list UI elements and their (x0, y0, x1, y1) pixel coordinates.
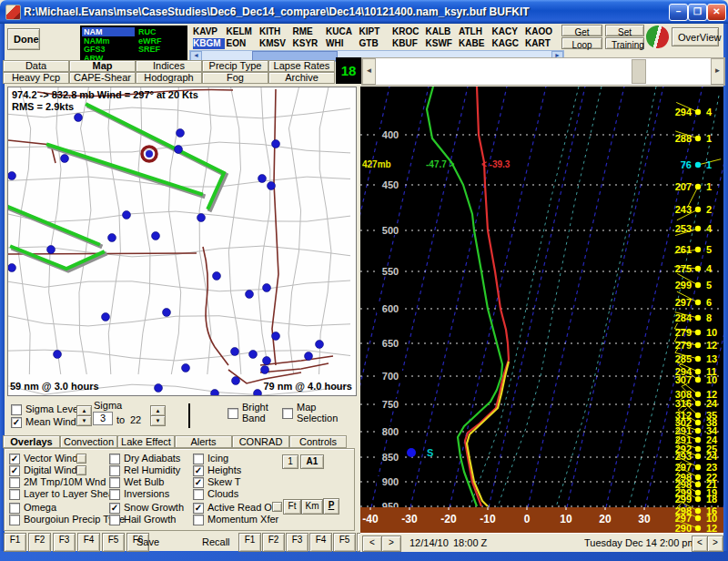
wind-dot-icon (695, 437, 701, 443)
step-back-icon[interactable]: < (362, 536, 382, 552)
wind-speed-value: 18 (706, 494, 717, 505)
button-a1[interactable]: A1 (300, 454, 324, 469)
step-forward-icon[interactable]: > (381, 536, 401, 552)
checkbox-digital-winds[interactable]: ✓ (9, 465, 20, 476)
checkbox-vector-winds[interactable]: ✓ (9, 454, 20, 464)
time-scrollbar[interactable]: ◄ ► (361, 57, 725, 86)
wind-speed-value: 24 (706, 398, 718, 409)
checkbox-label-icing: Icing (207, 453, 228, 464)
button-p[interactable]: P (323, 498, 339, 515)
checkbox-momentum-xfer[interactable] (193, 515, 204, 525)
wind-dot-icon (695, 226, 701, 231)
checkbox-inversions[interactable] (109, 489, 120, 500)
station-kart[interactable]: KART (525, 38, 557, 49)
time-scroll-right-icon[interactable]: ► (711, 58, 724, 85)
wind-dot-icon (695, 420, 701, 425)
checkbox-dry-adiabats[interactable] (109, 454, 120, 464)
checkbox-label-momentum-xfer: Momentum Xfer (207, 514, 278, 525)
time-scroll-left-icon[interactable]: ◄ (362, 58, 376, 85)
checkbox-label-vector-winds: Vector Winds (24, 453, 83, 464)
station-kabe[interactable]: KABE (459, 38, 490, 49)
fkey-recall-f3[interactable]: F3 (286, 533, 308, 552)
wind-dot-icon (695, 247, 701, 252)
checkbox-skew-t[interactable]: ✓ (193, 477, 204, 488)
button-km[interactable]: Km (301, 499, 323, 515)
checkbox-bourgoiun-precip-type[interactable] (9, 515, 20, 525)
fkey-save-f5[interactable]: F5 (102, 533, 125, 552)
station-atlh[interactable]: ATLH (459, 26, 490, 37)
minimize-icon[interactable]: – (669, 4, 688, 21)
button-1[interactable]: 1 (282, 454, 298, 469)
checkbox-label-wet-bulb: Wet Bulb (124, 476, 164, 487)
checkbox-label-digital-winds: Digital Winds (24, 464, 82, 475)
fkey-save-f4[interactable]: F4 (77, 533, 100, 552)
checkbox-heights[interactable]: ✓ (193, 465, 204, 476)
checkbox-2m-tmp-10m-wnd[interactable] (9, 477, 20, 488)
wind-speed-value: 4 (706, 107, 713, 117)
fkey-recall-f2[interactable]: F2 (262, 533, 285, 552)
wind-dot-icon (695, 109, 701, 115)
station-kalb[interactable]: KALB (426, 26, 458, 37)
wind-speed-value: 4 (706, 263, 713, 274)
fkey-recall-f5[interactable]: F5 (333, 533, 356, 552)
time-scrollbar-thumb[interactable] (632, 59, 646, 84)
skewt-chart[interactable]: 400450500550600650700750800850900950427m… (360, 87, 723, 533)
checkbox-label-heights: Heights (207, 464, 241, 475)
mini-button[interactable] (76, 465, 86, 475)
mini-button[interactable] (272, 502, 282, 512)
station-kipt[interactable]: KIPT (359, 26, 391, 37)
wind-direction-value: 307 (675, 374, 692, 385)
surface-marker-label: S (427, 447, 433, 458)
wind-dot-icon (695, 282, 701, 288)
wind-speed-value: 10 (706, 327, 717, 338)
fkey-recall-f1[interactable]: F1 (238, 533, 261, 552)
fkey-save-f3[interactable]: F3 (53, 533, 76, 552)
overview-button[interactable]: OverView (672, 27, 719, 46)
training-button[interactable]: Training (605, 37, 644, 49)
station-kaoo[interactable]: KAOO (525, 26, 557, 37)
wind-dot-icon (695, 413, 701, 418)
wind-dot-icon (695, 207, 701, 212)
time-forward-icon[interactable]: > (707, 536, 723, 552)
close-icon[interactable]: ✕ (707, 4, 726, 21)
checkbox-snow-growth[interactable]: ✓ (109, 503, 120, 514)
checkbox-active-read-out[interactable]: ✓ (193, 503, 204, 514)
checkbox-omega[interactable] (9, 503, 20, 514)
active-readout: 427mb-47.7 >< -39.3 (362, 159, 511, 169)
fkey-recall-f4[interactable]: F4 (309, 533, 332, 552)
status-time: 18:00 Z (453, 534, 487, 552)
pressure-tick-label: 450 (382, 179, 399, 190)
checkbox-clouds[interactable] (193, 489, 204, 500)
fkey-save-f2[interactable]: F2 (28, 533, 51, 552)
station-kbuf[interactable]: KBUF (392, 38, 424, 49)
pressure-tick-label: 650 (382, 338, 399, 349)
checkbox-rel-humidity[interactable] (109, 465, 120, 476)
checkbox-hail-growth[interactable] (109, 515, 120, 525)
chart-status-bar: < > 12/14/10 18:00 Z Tuesday Dec 14 2:00… (360, 533, 723, 552)
checkbox-layer-to-layer-shear[interactable] (9, 489, 20, 500)
wind-direction-value: 76 (681, 159, 692, 170)
station-gtb[interactable]: GTB (359, 38, 391, 49)
time-back-icon[interactable]: < (692, 536, 708, 552)
temp-tick-label: -30 (401, 513, 418, 525)
fkey-save-f1[interactable]: F1 (4, 533, 26, 552)
wind-speed-value: 1 (706, 159, 712, 170)
get-data-button[interactable]: Get Data (561, 25, 602, 36)
loop-button[interactable]: Loop (561, 37, 602, 49)
mini-button[interactable] (76, 454, 86, 464)
wind-direction-value: 290 (675, 523, 692, 533)
wind-dot-icon (695, 464, 701, 470)
station-kacy[interactable]: KACY (492, 26, 524, 37)
checkbox-icing[interactable] (193, 454, 204, 464)
status-date: 12/14/10 (410, 534, 449, 552)
station-kagc[interactable]: KAGC (492, 38, 524, 49)
wind-direction-value: 297 (675, 297, 692, 308)
station-kroc[interactable]: KROC (392, 26, 424, 37)
set-up-button[interactable]: Set Up (605, 25, 644, 36)
maximize-icon[interactable]: ❐ (688, 4, 707, 21)
button-ft[interactable]: Ft (283, 499, 301, 515)
recall-label: Recall (202, 536, 230, 547)
station-kswf[interactable]: KSWF (426, 38, 458, 49)
checkbox-wet-bulb[interactable] (109, 477, 120, 488)
wind-direction-value: 207 (675, 181, 692, 192)
